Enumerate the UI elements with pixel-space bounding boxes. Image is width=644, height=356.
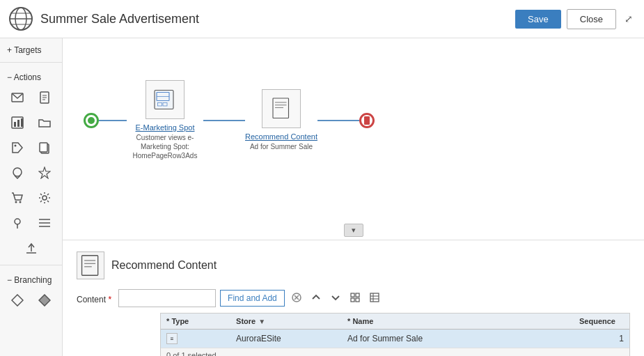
flow-diagram: E-Marketing Spot Customer views e-Market… — [63, 38, 644, 174]
svg-rect-50 — [356, 298, 359, 302]
action-icon-cart[interactable] — [8, 188, 27, 208]
svg-point-19 — [15, 201, 17, 203]
cell-name: Ad for Summer Sale — [342, 330, 574, 348]
header-actions: Save Close ⤢ — [515, 9, 636, 29]
flow-line-1 — [99, 120, 127, 121]
svg-point-17 — [13, 168, 22, 176]
cell-type: ≡ — [161, 330, 230, 348]
content-right: Find and Add — [118, 289, 630, 356]
globe-icon — [8, 6, 33, 31]
actions-section: − Actions — [0, 65, 62, 262]
actions-icons-row4 — [3, 160, 59, 185]
detail-icon — [77, 251, 104, 279]
recommend-title[interactable]: Recommend Content — [245, 132, 317, 141]
end-inner — [364, 116, 370, 125]
emarketing-label: E-Marketing Spot Customer views e-Market… — [127, 123, 203, 160]
branching-icon-filled-diamond[interactable] — [35, 291, 54, 310]
flow-line-3 — [317, 120, 359, 121]
svg-marker-18 — [39, 167, 50, 178]
canvas-collapse-button[interactable]: ▾ — [344, 224, 363, 237]
svg-marker-29 — [12, 295, 23, 306]
end-node — [359, 113, 375, 128]
move-down-button[interactable] — [328, 291, 343, 306]
cancel-search-button[interactable] — [289, 291, 304, 306]
action-icon-chart[interactable] — [8, 113, 27, 132]
col-header-type[interactable]: * Type — [161, 314, 230, 330]
actions-icons-row1 — [3, 85, 59, 110]
action-icon-award[interactable] — [8, 163, 27, 183]
action-icon-doc[interactable] — [35, 88, 54, 107]
actions-header[interactable]: − Actions — [3, 70, 59, 85]
svg-rect-12 — [17, 120, 19, 127]
page-title: Summer Sale Advertisement — [40, 12, 515, 26]
content-label: Content * — [77, 289, 111, 304]
recommend-node[interactable]: Recommend Content Ad for Summer Sale — [245, 89, 317, 151]
action-icon-pin[interactable] — [8, 213, 27, 233]
branching-icon-diamond[interactable] — [8, 291, 27, 310]
recommend-subtitle: Ad for Summer Sale — [245, 142, 317, 151]
targets-header[interactable]: + Targets — [3, 42, 59, 58]
content-table-wrapper: * Type Store ▼ — [160, 313, 630, 356]
emarketing-node[interactable]: E-Marketing Spot Customer views e-Market… — [127, 80, 203, 160]
svg-rect-13 — [21, 118, 23, 127]
detail-title: Recommend Content — [111, 259, 217, 272]
svg-point-22 — [15, 219, 20, 224]
svg-rect-31 — [155, 91, 173, 109]
action-icon-tag[interactable] — [8, 138, 27, 157]
action-icon-copy[interactable] — [35, 138, 54, 157]
action-icon-folder[interactable] — [35, 113, 54, 132]
cell-sequence: 1 — [574, 330, 629, 348]
svg-point-14 — [15, 145, 17, 147]
action-icon-star[interactable] — [35, 163, 54, 183]
expand-button[interactable]: ⤢ — [622, 10, 636, 27]
canvas-area: E-Marketing Spot Customer views e-Market… — [63, 38, 644, 356]
action-icon-gear[interactable] — [35, 188, 54, 208]
branching-icons-row1 — [3, 288, 59, 313]
targets-section: + Targets — [0, 38, 62, 59]
grid-view-button[interactable] — [347, 291, 363, 306]
app-header: Summer Sale Advertisement Save Close ⤢ — [0, 0, 644, 38]
content-table: * Type Store ▼ — [161, 314, 629, 348]
content-toolbar: Find and Add — [118, 289, 630, 307]
svg-rect-11 — [14, 122, 16, 127]
emarketing-title[interactable]: E-Marketing Spot — [127, 123, 203, 132]
end-circle — [359, 113, 375, 128]
svg-rect-51 — [370, 293, 379, 302]
flow-line-2 — [203, 120, 245, 121]
actions-icons-row6 — [3, 210, 59, 235]
svg-point-20 — [19, 201, 22, 203]
col-header-sequence: Sequence — [574, 314, 629, 330]
save-button[interactable]: Save — [515, 10, 561, 29]
start-node — [84, 113, 99, 128]
cell-store: AuroraESite — [230, 330, 342, 348]
detail-panel: Recommend Content Content * Find and Add — [63, 240, 644, 356]
svg-rect-49 — [351, 298, 354, 302]
find-add-button[interactable]: Find and Add — [220, 290, 285, 307]
action-icon-upload[interactable] — [22, 238, 41, 258]
move-up-button[interactable] — [308, 291, 324, 306]
table-header-row: * Type Store ▼ — [161, 314, 629, 330]
action-icon-list[interactable] — [35, 213, 54, 233]
svg-point-21 — [42, 196, 47, 200]
branching-header[interactable]: − Branching — [3, 272, 59, 288]
table-row[interactable]: ≡ AuroraESite Ad for Summer Sale 1 — [161, 330, 629, 348]
actions-icons-row7 — [3, 235, 59, 261]
svg-marker-30 — [39, 295, 50, 306]
sidebar: + Targets − Actions — [0, 38, 63, 356]
action-icon-send[interactable] — [8, 88, 27, 107]
svg-rect-36 — [273, 98, 289, 118]
col-header-store[interactable]: Store ▼ — [230, 314, 342, 330]
close-button[interactable]: Close — [567, 9, 616, 29]
svg-rect-47 — [351, 293, 354, 297]
list-view-button[interactable] — [367, 291, 382, 306]
recommend-box[interactable] — [262, 89, 301, 128]
search-input[interactable] — [118, 289, 216, 307]
svg-rect-16 — [40, 143, 47, 152]
start-circle — [84, 113, 99, 128]
col-header-name: * Name — [342, 314, 574, 330]
actions-icons-row2 — [3, 110, 59, 135]
branching-section: − Branching — [0, 268, 62, 314]
svg-rect-48 — [356, 293, 359, 297]
actions-icons-row3 — [3, 135, 59, 160]
emarketing-box[interactable] — [146, 80, 184, 119]
